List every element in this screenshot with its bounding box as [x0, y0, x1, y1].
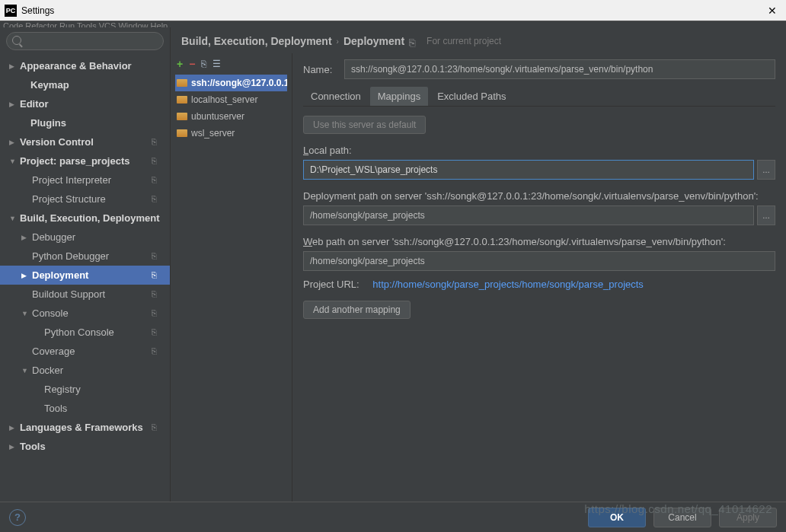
ok-button[interactable]: OK	[588, 508, 646, 527]
sidebar-item-build-execution-deployment[interactable]: ▼Build, Execution, Deployment	[0, 209, 170, 228]
chevron-right-icon: ▶	[9, 443, 17, 451]
sidebar-item-label: Project: parse_projects	[20, 155, 152, 167]
sidebar-item-label: Project Interpreter	[32, 174, 152, 186]
remove-server-icon[interactable]: −	[189, 58, 195, 70]
server-icon	[177, 129, 187, 137]
chevron-right-icon: ▶	[21, 234, 29, 241]
add-server-icon[interactable]: +	[177, 58, 183, 70]
web-path-label: Web path on server 'ssh://songk@127.0.0.…	[303, 236, 775, 247]
chevron-right-icon: ▶	[9, 424, 17, 432]
sidebar-item-label: Build, Execution, Deployment	[20, 212, 170, 224]
sidebar-item-label: Tools	[20, 441, 170, 452]
chevron-right-icon: ▶	[9, 139, 17, 146]
deployment-tabs: Connection Mappings Excluded Paths	[303, 87, 775, 107]
sidebar-item-label: Docker	[32, 365, 170, 376]
copy-server-icon[interactable]: ⎘	[201, 59, 206, 69]
sidebar-item-label: Python Debugger	[32, 250, 152, 262]
sidebar-item-label: Appearance & Behavior	[20, 60, 170, 72]
sidebar-item-tools[interactable]: Tools	[0, 399, 170, 418]
sidebar-item-label: Keymap	[30, 79, 170, 91]
dialog-footer: ? OK Cancel Apply	[0, 502, 786, 532]
sidebar-item-docker[interactable]: ▼Docker	[0, 361, 170, 380]
sidebar-item-label: Project Structure	[32, 193, 152, 205]
server-toolbar: + − ⎘ ☰	[175, 56, 287, 75]
server-item[interactable]: ssh://songk@127.0.0.1:	[175, 75, 287, 91]
help-icon[interactable]: ?	[9, 509, 26, 526]
close-icon[interactable]: ✕	[763, 5, 781, 17]
sidebar-item-project-structure[interactable]: Project Structure⎘	[0, 190, 170, 209]
breadcrumb-parent[interactable]: Build, Execution, Deployment	[181, 35, 332, 47]
project-scope-icon: ⎘	[152, 308, 162, 319]
sidebar-item-label: Tools	[44, 403, 170, 414]
window-title: Settings	[21, 5, 763, 16]
sidebar-item-buildout-support[interactable]: Buildout Support⎘	[0, 285, 170, 304]
project-scope-icon: ⎘	[152, 346, 162, 357]
project-scope-icon: ⎘	[152, 194, 162, 205]
chevron-right-icon: ▶	[9, 62, 17, 70]
server-name: localhost_server	[191, 94, 257, 105]
project-scope-hint: For current project	[427, 36, 501, 46]
project-scope-icon: ⎘	[152, 137, 162, 148]
server-icon	[177, 113, 187, 120]
sidebar-item-languages-frameworks[interactable]: ▶Languages & Frameworks⎘	[0, 418, 170, 437]
chevron-down-icon: ▼	[9, 158, 17, 165]
list-icon[interactable]: ☰	[212, 59, 221, 69]
sidebar-item-python-console[interactable]: Python Console⎘	[0, 323, 170, 342]
web-path-field[interactable]	[303, 251, 775, 271]
server-name: ubuntuserver	[191, 111, 244, 122]
server-list-pane: + − ⎘ ☰ ssh://songk@127.0.0.1:localhost_…	[171, 53, 292, 502]
chevron-down-icon: ▼	[21, 310, 29, 317]
app-icon: PC	[5, 5, 17, 17]
sidebar-item-label: Coverage	[32, 346, 152, 357]
tab-connection[interactable]: Connection	[303, 87, 369, 106]
server-item[interactable]: localhost_server	[175, 91, 287, 108]
tab-excluded-paths[interactable]: Excluded Paths	[430, 87, 513, 106]
server-item[interactable]: ubuntuserver	[175, 108, 287, 125]
local-path-field[interactable]	[303, 160, 754, 180]
project-scope-icon: ⎘	[152, 327, 162, 338]
use-as-default-button[interactable]: Use this server as default	[303, 116, 426, 134]
sidebar-item-console[interactable]: ▼Console⎘	[0, 304, 170, 323]
sidebar-item-appearance-behavior[interactable]: ▶Appearance & Behavior	[0, 56, 170, 75]
sidebar-item-deployment[interactable]: ▶Deployment⎘	[0, 266, 170, 285]
sidebar-item-label: Version Control	[20, 136, 152, 148]
titlebar: PC Settings ✕	[0, 0, 786, 21]
server-name: wsl_server	[191, 128, 235, 139]
sidebar-item-label: Deployment	[32, 269, 152, 281]
sidebar-item-keymap[interactable]: Keymap	[0, 75, 170, 94]
breadcrumb-current: Deployment	[343, 35, 404, 47]
chevron-down-icon: ▼	[21, 367, 29, 374]
sidebar-item-tools[interactable]: ▶Tools	[0, 437, 170, 456]
sidebar-item-plugins[interactable]: Plugins	[0, 113, 170, 132]
apply-button[interactable]: Apply	[719, 508, 777, 527]
add-mapping-button[interactable]: Add another mapping	[303, 301, 411, 319]
sidebar-item-label: Plugins	[30, 117, 170, 129]
project-url-link[interactable]: http://home/songk/parse_projects/home/so…	[372, 279, 644, 290]
sidebar-item-project-parse-projects[interactable]: ▼Project: parse_projects⎘	[0, 151, 170, 170]
browse-deploy-path-button[interactable]: …	[757, 205, 775, 225]
sidebar-item-registry[interactable]: Registry	[0, 380, 170, 399]
search-input[interactable]	[6, 32, 164, 50]
sidebar-item-version-control[interactable]: ▶Version Control⎘	[0, 132, 170, 151]
chevron-right-icon: ▶	[21, 272, 29, 279]
name-field[interactable]	[344, 59, 775, 79]
name-label: Name:	[303, 64, 337, 75]
deployment-path-field[interactable]	[303, 205, 754, 225]
tab-mappings[interactable]: Mappings	[370, 87, 428, 106]
sidebar-item-project-interpreter[interactable]: Project Interpreter⎘	[0, 170, 170, 190]
cancel-button[interactable]: Cancel	[653, 508, 711, 527]
sidebar-item-label: Languages & Frameworks	[20, 422, 152, 433]
copy-icon[interactable]: ⎘	[409, 37, 419, 46]
settings-sidebar: ▶Appearance & BehaviorKeymap▶EditorPlugi…	[0, 27, 171, 502]
chevron-right-icon: ›	[337, 37, 339, 46]
sidebar-item-debugger[interactable]: ▶Debugger	[0, 228, 170, 247]
sidebar-item-label: Debugger	[32, 231, 170, 243]
browse-local-path-button[interactable]: …	[757, 160, 775, 180]
server-item[interactable]: wsl_server	[175, 125, 287, 142]
chevron-right-icon: ▶	[9, 100, 17, 108]
sidebar-item-python-debugger[interactable]: Python Debugger⎘	[0, 247, 170, 266]
sidebar-item-coverage[interactable]: Coverage⎘	[0, 342, 170, 361]
project-url-row: Project URL: http://home/songk/parse_pro…	[303, 279, 775, 290]
sidebar-item-editor[interactable]: ▶Editor	[0, 94, 170, 113]
breadcrumb: Build, Execution, Deployment › Deploymen…	[171, 27, 786, 53]
